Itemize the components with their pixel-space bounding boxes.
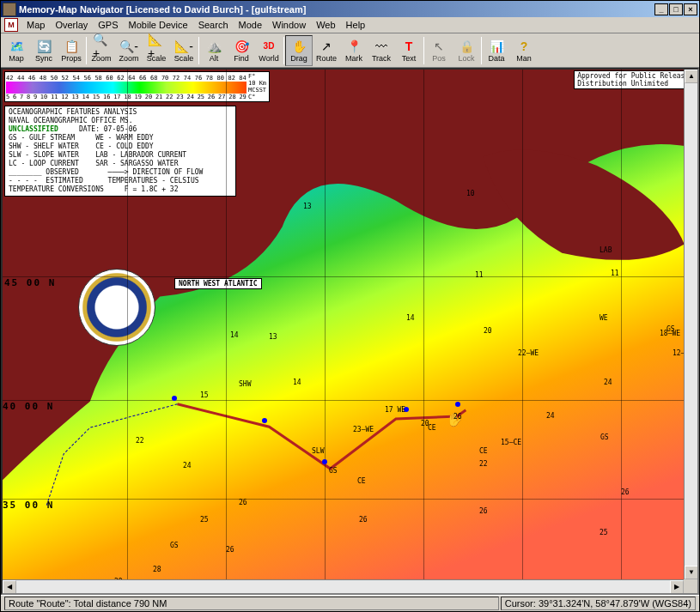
map-annotation: 13 [269, 333, 277, 341]
map-annotation: 28 [153, 566, 161, 573]
map-annotation: GS [170, 542, 179, 549]
legend-extra: 10 Km MCSST [248, 80, 266, 94]
man-button[interactable]: ?Man [510, 35, 538, 66]
map-annotation: 14 [406, 314, 415, 322]
map-annotation: 10 [466, 190, 475, 197]
scroll-right-button[interactable]: ▶ [670, 580, 684, 594]
route-icon: ↗ [318, 39, 335, 54]
zoomout-button[interactable]: 🔍-Zoom [115, 35, 143, 66]
map-annotation: SLW [312, 447, 324, 455]
data-icon: 📊 [488, 39, 505, 54]
statusbar: Route "Route": Total distance 790 NM Cur… [1, 595, 699, 611]
menu-gps[interactable]: GPS [93, 18, 123, 32]
data-button[interactable]: 📊Data [483, 35, 510, 66]
props-button[interactable]: 📋Props [58, 35, 85, 66]
drag-button[interactable]: ✋Drag [285, 35, 313, 66]
map-annotation: 13 [303, 203, 312, 210]
release-statement: Approved for Public Release: Distributio… [574, 70, 697, 89]
scroll-up-button[interactable]: ▲ [685, 70, 698, 83]
menu-overlay[interactable]: Overlay [50, 18, 93, 32]
alt-button[interactable]: ⛰️Alt [200, 35, 228, 66]
menu-search[interactable]: Search [193, 18, 234, 32]
lock-icon: 🔒 [458, 39, 475, 54]
scroll-left-button[interactable]: ◀ [3, 580, 16, 594]
lat-35n: 35 00 N [3, 500, 54, 511]
map-viewport[interactable]: 4244464850525456586062646668707274767880… [1, 68, 699, 595]
zoomin-icon: 🔍+ [93, 39, 110, 54]
world-button[interactable]: 3DWorld [255, 35, 283, 66]
props-icon: 📋 [63, 39, 80, 54]
vertical-scrollbar[interactable]: ▲ ▼ [684, 70, 697, 579]
sync-icon: 🔄 [35, 39, 52, 54]
map-annotation: CE [479, 447, 488, 455]
color-legend: 4244464850525456586062646668707274767880… [4, 71, 270, 102]
map-annotation: 22 [479, 460, 488, 468]
map-annotation: 24 [183, 462, 192, 470]
pos-icon: ↖ [430, 39, 447, 54]
map-icon: 🗺️ [8, 39, 25, 54]
map-annotation: 14 [293, 379, 301, 386]
map-annotation: 25 [600, 529, 608, 536]
track-icon: 〰 [373, 39, 390, 54]
map-button[interactable]: 🗺️Map [3, 35, 30, 66]
map-annotation: 26 [479, 507, 488, 515]
legend-f-unit: F° [248, 73, 266, 80]
map-annotation: 26 [239, 499, 247, 506]
lat-40n: 40 00 N [3, 401, 54, 412]
sync-button[interactable]: 🔄Sync [30, 35, 58, 66]
map-annotation: LAB [600, 246, 612, 254]
titlebar: Memory-Map Navigator [Licensed to David … [1, 1, 699, 17]
map-annotation: 20 [484, 327, 492, 335]
legend-c-unit: C° [248, 94, 266, 100]
maximize-button[interactable]: □ [669, 3, 683, 15]
text-button[interactable]: TText [395, 35, 423, 66]
route-button[interactable]: ↗Route [313, 35, 340, 66]
map-annotation: 20 [421, 420, 429, 427]
menu-web[interactable]: Web [311, 18, 340, 32]
zoomin-button[interactable]: 🔍+Zoom [88, 35, 115, 66]
map-annotation: 24 [546, 412, 555, 420]
alt-icon: ⛰️ [205, 39, 222, 54]
scroll-down-button[interactable]: ▼ [685, 566, 698, 579]
menu-mobile-device[interactable]: Mobile Device [124, 18, 193, 32]
mark-icon: 📍 [345, 39, 362, 54]
scaledown-button[interactable]: 📐-Scale [170, 35, 198, 66]
mark-button[interactable]: 📍Mark [340, 35, 368, 66]
map-annotation: GS [600, 433, 609, 441]
titlebar-text: Memory-Map Navigator [Licensed to David … [19, 4, 654, 15]
man-icon: ? [515, 39, 533, 54]
world-icon: 3D [260, 39, 277, 54]
waypoint[interactable] [455, 402, 460, 407]
menubar: M MapOverlayGPSMobile DeviceSearchModeWi… [1, 17, 699, 33]
scaledown-icon: 📐- [175, 39, 192, 54]
zoomout-icon: 🔍- [120, 39, 137, 54]
map-annotation: 14 [230, 331, 239, 339]
map-annotation: WE [600, 314, 608, 322]
menu-help[interactable]: Help [341, 18, 371, 32]
map-annotation: 22—WE [518, 349, 539, 357]
waypoint[interactable] [172, 396, 177, 401]
map-annotation: 26 [453, 413, 462, 421]
menu-map[interactable]: Map [21, 18, 50, 32]
text-icon: T [400, 39, 417, 54]
lat-45n: 45 00 N [3, 277, 58, 288]
horizontal-scrollbar[interactable]: ◀ ▶ [3, 579, 684, 593]
find-button[interactable]: 🎯Find [228, 35, 255, 66]
app-icon [3, 3, 16, 16]
waypoint[interactable] [322, 459, 327, 464]
menu-window[interactable]: Window [267, 18, 311, 32]
info-box: OCEANOGRAPHIC FEATURES ANALYSISNAVAL OCE… [4, 106, 236, 197]
minimize-button[interactable]: _ [654, 3, 668, 15]
map-annotation: 26 [359, 516, 368, 524]
close-button[interactable]: × [684, 3, 697, 15]
track-button[interactable]: 〰Track [368, 35, 395, 66]
menu-app-icon[interactable]: M [4, 18, 18, 32]
map-annotation: 22 [136, 437, 144, 445]
waypoint[interactable] [262, 418, 267, 423]
map-annotation: 24 [604, 379, 612, 386]
scaleup-button[interactable]: 📐+Scale [143, 35, 170, 66]
map-annotation: 23—WE [353, 426, 374, 433]
status-cursor: Cursor: 39°31.324'N, 58°47.879'W (WGS84) [501, 597, 696, 610]
map-annotation: CE [357, 477, 366, 485]
menu-mode[interactable]: Mode [234, 18, 268, 32]
